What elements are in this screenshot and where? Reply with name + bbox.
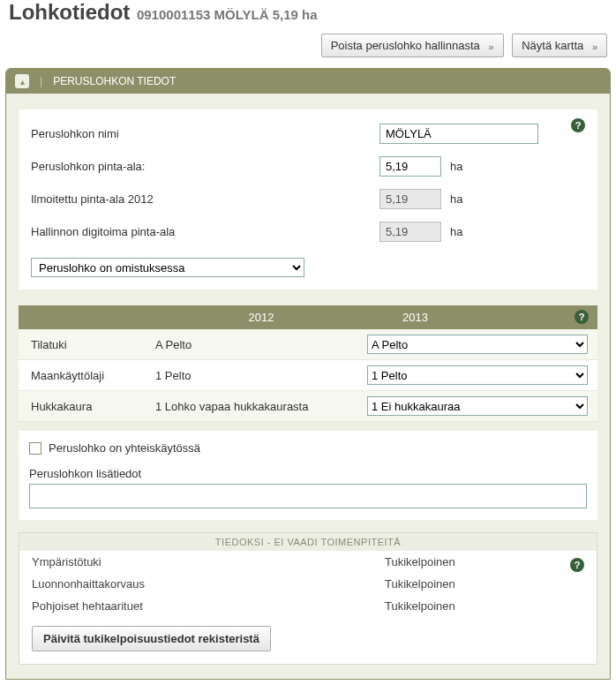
- row-2012-value: 1 Lohko vapaa hukkakaurasta: [155, 400, 367, 413]
- parcel-panel: ▴ | PERUSLOHKON TIEDOT ? Peruslohkon nim…: [5, 68, 611, 680]
- row-label: Tilatuki: [27, 338, 155, 351]
- row-label: Maankäyttölaji: [27, 369, 155, 382]
- year-table: 2012 2013 ? Tilatuki A Pelto A Pelto Maa…: [19, 305, 597, 422]
- eligibility-row: Pohjoiset hehtaarituet Tukikelpoinen: [19, 595, 597, 617]
- remove-parcel-button[interactable]: Poista peruslohko hallinnasta »: [321, 34, 504, 57]
- page-title: Lohkotiedot: [9, 0, 130, 24]
- collapse-icon[interactable]: ▴: [15, 74, 29, 88]
- tilatuki-select[interactable]: A Pelto: [367, 335, 588, 354]
- chevron-right-icon: »: [592, 41, 597, 52]
- chevron-right-icon: »: [488, 41, 493, 52]
- digitized-area-label: Hallinnon digitoima pinta-ala: [31, 225, 379, 238]
- help-icon[interactable]: ?: [571, 118, 585, 132]
- row-label: Hukkakaura: [27, 400, 155, 413]
- hukkakaura-select[interactable]: 1 Ei hukkakauraa: [367, 396, 588, 416]
- digitized-area-unit: ha: [450, 225, 462, 238]
- table-header: 2012 2013 ?: [19, 305, 597, 329]
- eligibility-label: Pohjoiset hehtaarituet: [32, 599, 385, 613]
- eligibility-row: Ympäristötuki Tukikelpoinen: [19, 551, 597, 573]
- show-map-button[interactable]: Näytä kartta »: [512, 34, 607, 57]
- remove-parcel-label: Poista peruslohko hallinnasta: [331, 39, 480, 52]
- help-icon[interactable]: ?: [570, 558, 584, 572]
- divider: |: [40, 75, 42, 87]
- eligibility-label: Luonnonhaittakorvaus: [32, 577, 385, 591]
- extra-section: Peruslohko on yhteiskäytössä Peruslohkon…: [19, 431, 597, 520]
- digitized-area-input: [379, 222, 441, 242]
- reported-area-input: [379, 189, 441, 209]
- panel-header[interactable]: ▴ | PERUSLOHKON TIEDOT: [6, 69, 610, 94]
- top-button-bar: Poista peruslohko hallinnasta » Näytä ka…: [0, 30, 616, 64]
- eligibility-header: TIEDOKSI - EI VAADI TOIMENPITEITÄ: [19, 533, 597, 551]
- table-row: Hukkakaura 1 Lohko vapaa hukkakaurasta 1…: [19, 391, 597, 422]
- reported-area-unit: ha: [450, 192, 462, 206]
- area-label: Peruslohkon pinta-ala:: [31, 160, 379, 173]
- reported-area-label: Ilmoitettu pinta-ala 2012: [31, 192, 379, 206]
- name-input[interactable]: [379, 124, 538, 144]
- extra-info-textarea[interactable]: [29, 484, 587, 508]
- col-2013: 2013: [367, 311, 589, 324]
- ownership-select[interactable]: Peruslohko on omistuksessa: [31, 258, 304, 277]
- row-2012-value: A Pelto: [155, 338, 367, 351]
- row-2012-value: 1 Pelto: [155, 369, 367, 382]
- eligibility-row: Luonnonhaittakorvaus Tukikelpoinen: [19, 573, 597, 595]
- table-row: Tilatuki A Pelto A Pelto: [19, 329, 597, 360]
- update-eligibility-button[interactable]: Päivitä tukikelpoisuustiedot rekisterist…: [32, 626, 271, 651]
- col-2012: 2012: [155, 311, 367, 324]
- maankayttolaji-select[interactable]: 1 Pelto: [367, 365, 588, 385]
- eligibility-label: Ympäristötuki: [32, 555, 385, 568]
- eligibility-status: Tukikelpoinen: [385, 555, 584, 568]
- shared-use-label: Peruslohko on yhteiskäytössä: [49, 441, 200, 455]
- table-row: Maankäyttölaji 1 Pelto 1 Pelto: [19, 360, 597, 391]
- page-subtitle: 0910001153 MÖLYLÄ 5,19 ha: [137, 7, 318, 22]
- eligibility-status: Tukikelpoinen: [385, 599, 584, 613]
- extra-info-label: Peruslohkon lisätiedot: [29, 467, 587, 480]
- area-unit: ha: [450, 160, 462, 173]
- show-map-label: Näytä kartta: [522, 39, 583, 52]
- help-icon[interactable]: ?: [575, 310, 589, 324]
- eligibility-status: Tukikelpoinen: [385, 577, 584, 591]
- basic-info-section: ? Peruslohkon nimi Peruslohkon pinta-ala…: [19, 109, 597, 290]
- shared-use-checkbox[interactable]: [29, 442, 41, 455]
- panel-title: PERUSLOHKON TIEDOT: [53, 75, 176, 87]
- area-input[interactable]: [379, 156, 441, 177]
- eligibility-block: TIEDOKSI - EI VAADI TOIMENPITEITÄ ? Ympä…: [19, 532, 597, 665]
- name-label: Peruslohkon nimi: [31, 127, 379, 140]
